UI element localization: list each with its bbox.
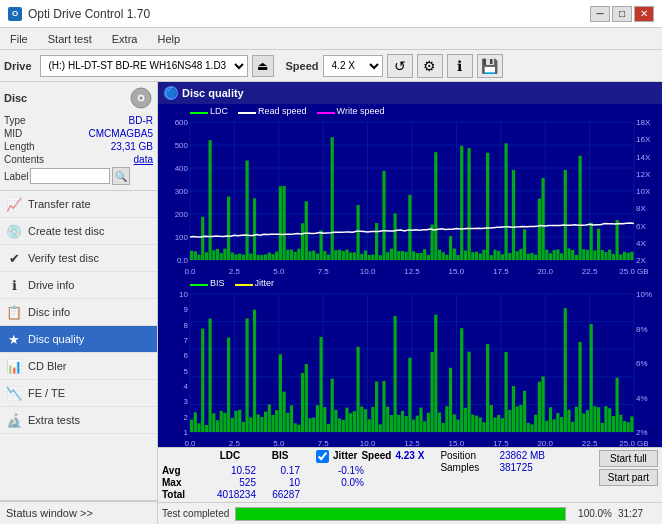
nav-items: 📈 Transfer rate 💿 Create test disc ✔ Ver… bbox=[0, 191, 157, 500]
save-button[interactable]: 💾 bbox=[477, 54, 503, 78]
eject-button[interactable]: ⏏ bbox=[252, 55, 274, 77]
ldc-col-header: LDC bbox=[204, 450, 256, 463]
stats-header-row: LDC BIS Jitter Speed 4.23 X bbox=[162, 450, 424, 463]
disc-quality-title: Disc quality bbox=[182, 87, 244, 99]
title-bar: O Opti Drive Control 1.70 ─ □ ✕ bbox=[0, 0, 662, 28]
bis-legend: BIS bbox=[190, 278, 225, 288]
sidebar-item-label: Disc quality bbox=[28, 333, 84, 345]
info-button[interactable]: ℹ bbox=[447, 54, 473, 78]
ldc-legend: LDC bbox=[190, 106, 228, 116]
main-layout: Disc Type BD-R MID CMCMAGBA5 Length 23,3… bbox=[0, 82, 662, 524]
sidebar-item-transfer-rate[interactable]: 📈 Transfer rate bbox=[0, 191, 157, 218]
drive-select[interactable]: (H:) HL-DT-ST BD-RE WH16NS48 1.D3 bbox=[40, 55, 248, 77]
jitter-checkbox[interactable] bbox=[316, 450, 329, 463]
sidebar-item-label: Drive info bbox=[28, 279, 74, 291]
menu-help[interactable]: Help bbox=[151, 31, 186, 47]
menu-extra[interactable]: Extra bbox=[106, 31, 144, 47]
maximize-button[interactable]: □ bbox=[612, 6, 632, 22]
stats-bar: LDC BIS Jitter Speed 4.23 X Avg 10.52 0.… bbox=[158, 447, 662, 502]
start-part-button[interactable]: Start part bbox=[599, 469, 658, 486]
progress-time: 31:27 bbox=[618, 508, 658, 519]
drive-label: Drive bbox=[4, 60, 32, 72]
sidebar-item-disc-info[interactable]: 📋 Disc info bbox=[0, 299, 157, 326]
samples-value: 381725 bbox=[499, 462, 532, 473]
disc-quality-icon: ★ bbox=[6, 331, 22, 347]
avg-row: Avg 10.52 0.17 -0.1% bbox=[162, 465, 424, 476]
sidebar-item-create-test-disc[interactable]: 💿 Create test disc bbox=[0, 218, 157, 245]
total-row: Total 4018234 66287 bbox=[162, 489, 424, 500]
total-ldc: 4018234 bbox=[204, 489, 256, 500]
speed-label: Speed bbox=[286, 60, 319, 72]
start-full-button[interactable]: Start full bbox=[599, 450, 658, 467]
progress-area: Test completed 100.0% 31:27 bbox=[158, 502, 662, 524]
verify-test-icon: ✔ bbox=[6, 250, 22, 266]
disc-contents-value[interactable]: data bbox=[134, 154, 153, 165]
progress-percent: 100.0% bbox=[572, 508, 612, 519]
svg-point-2 bbox=[140, 97, 143, 100]
start-buttons: Start full Start part bbox=[599, 450, 658, 486]
sidebar-item-verify-test-disc[interactable]: ✔ Verify test disc bbox=[0, 245, 157, 272]
cd-bler-icon: 📊 bbox=[6, 358, 22, 374]
max-row: Max 525 10 0.0% bbox=[162, 477, 424, 488]
sidebar-item-label: Create test disc bbox=[28, 225, 104, 237]
charts-area: LDC Read speed Write speed bbox=[158, 104, 662, 447]
disc-icon bbox=[129, 86, 153, 110]
transfer-rate-icon: 📈 bbox=[6, 196, 22, 212]
label-edit-button[interactable]: 🔍 bbox=[112, 167, 130, 185]
stats-main: LDC BIS Jitter Speed 4.23 X Avg 10.52 0.… bbox=[162, 450, 424, 500]
disc-length-row: Length 23,31 GB bbox=[4, 140, 153, 153]
sidebar-item-label: FE / TE bbox=[28, 387, 65, 399]
disc-section-title: Disc bbox=[4, 92, 27, 104]
disc-type-value: BD-R bbox=[129, 115, 153, 126]
sidebar-item-disc-quality[interactable]: ★ Disc quality bbox=[0, 326, 157, 353]
position-value: 23862 MB bbox=[499, 450, 545, 461]
app-title: Opti Drive Control 1.70 bbox=[28, 7, 150, 21]
bis-chart: BIS Jitter bbox=[158, 276, 662, 448]
label-input[interactable] bbox=[30, 168, 110, 184]
sidebar-item-extra-tests[interactable]: 🔬 Extra tests bbox=[0, 407, 157, 434]
jitter-legend-label: Jitter bbox=[255, 278, 275, 288]
position-label: Position bbox=[440, 450, 495, 461]
jitter-col-header: Jitter bbox=[333, 450, 357, 463]
disc-type-row: Type BD-R bbox=[4, 114, 153, 127]
sidebar-item-label: Verify test disc bbox=[28, 252, 99, 264]
disc-contents-row: Contents data bbox=[4, 153, 153, 166]
total-bis: 66287 bbox=[260, 489, 300, 500]
sidebar-item-fe-te[interactable]: 📉 FE / TE bbox=[0, 380, 157, 407]
sidebar-item-label: Extra tests bbox=[28, 414, 80, 426]
sidebar-item-cd-bler[interactable]: 📊 CD Bler bbox=[0, 353, 157, 380]
drive-info-icon: ℹ bbox=[6, 277, 22, 293]
disc-mid-row: MID CMCMAGBA5 bbox=[4, 127, 153, 140]
extra-tests-icon: 🔬 bbox=[6, 412, 22, 428]
speed-col-header: Speed bbox=[361, 450, 391, 463]
jitter-legend: Jitter bbox=[235, 278, 275, 288]
sidebar-item-drive-info[interactable]: ℹ Drive info bbox=[0, 272, 157, 299]
write-speed-legend-label: Write speed bbox=[337, 106, 385, 116]
menu-start-test[interactable]: Start test bbox=[42, 31, 98, 47]
app-icon: O bbox=[8, 7, 22, 21]
read-speed-legend: Read speed bbox=[238, 106, 307, 116]
write-speed-legend: Write speed bbox=[317, 106, 385, 116]
menu-file[interactable]: File bbox=[4, 31, 34, 47]
toolbar: Drive (H:) HL-DT-ST BD-RE WH16NS48 1.D3 … bbox=[0, 50, 662, 82]
samples-row: Samples 381725 bbox=[440, 462, 545, 473]
bis-legend-label: BIS bbox=[210, 278, 225, 288]
speed-select[interactable]: 4.2 X bbox=[323, 55, 383, 77]
settings-button[interactable]: ⚙ bbox=[417, 54, 443, 78]
read-speed-legend-label: Read speed bbox=[258, 106, 307, 116]
status-window-button[interactable]: Status window >> bbox=[0, 501, 157, 524]
create-test-icon: 💿 bbox=[6, 223, 22, 239]
disc-info-icon: 📋 bbox=[6, 304, 22, 320]
refresh-button[interactable]: ↺ bbox=[387, 54, 413, 78]
sidebar: Disc Type BD-R MID CMCMAGBA5 Length 23,3… bbox=[0, 82, 158, 524]
ldc-legend-label: LDC bbox=[210, 106, 228, 116]
content-area: 🔵 Disc quality LDC Read speed bbox=[158, 82, 662, 524]
minimize-button[interactable]: ─ bbox=[590, 6, 610, 22]
status-text: Test completed bbox=[162, 508, 229, 519]
avg-ldc: 10.52 bbox=[204, 465, 256, 476]
close-button[interactable]: ✕ bbox=[634, 6, 654, 22]
disc-quality-header: 🔵 Disc quality bbox=[158, 82, 662, 104]
bottom-legend: BIS Jitter bbox=[190, 278, 274, 288]
menu-bar: File Start test Extra Help bbox=[0, 28, 662, 50]
bis-col-header: BIS bbox=[260, 450, 300, 463]
